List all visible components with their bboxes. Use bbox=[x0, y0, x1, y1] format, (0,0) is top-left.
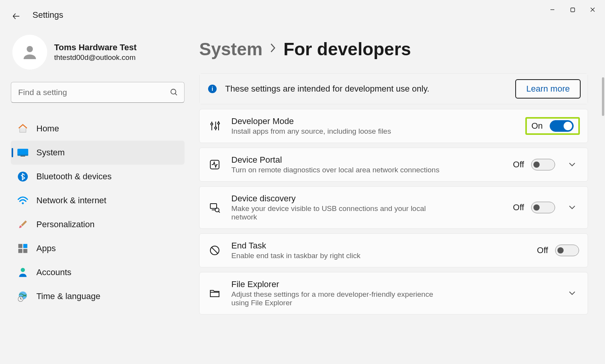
svg-point-17 bbox=[21, 268, 25, 272]
bluetooth-icon bbox=[17, 171, 29, 182]
setting-title: End Task bbox=[231, 241, 527, 251]
svg-line-26 bbox=[219, 211, 220, 213]
clock-globe-icon bbox=[17, 291, 29, 302]
chevron-down-icon[interactable] bbox=[565, 286, 579, 300]
setting-title: File Explorer bbox=[231, 279, 555, 289]
app-title: Settings bbox=[32, 10, 63, 20]
svg-point-25 bbox=[215, 208, 219, 212]
device-portal-toggle[interactable] bbox=[531, 159, 555, 170]
activity-icon bbox=[208, 158, 221, 171]
svg-rect-15 bbox=[18, 249, 22, 253]
main-content: System For developers i These settings a… bbox=[195, 19, 605, 364]
chevron-down-icon[interactable] bbox=[565, 158, 579, 172]
svg-rect-23 bbox=[210, 204, 217, 209]
setting-desc: Adjust these settings for a more develop… bbox=[231, 290, 452, 307]
setting-title: Device discovery bbox=[231, 194, 503, 204]
nav-label: System bbox=[36, 148, 65, 158]
discovery-icon bbox=[208, 201, 221, 214]
nav-label: Home bbox=[36, 124, 59, 134]
back-button[interactable] bbox=[11, 11, 22, 22]
wifi-icon bbox=[17, 195, 29, 206]
nav-item-personalization[interactable]: Personalization bbox=[11, 213, 185, 236]
nav-item-bluetooth[interactable]: Bluetooth & devices bbox=[11, 165, 185, 189]
system-icon bbox=[17, 147, 29, 158]
nav-item-time[interactable]: Time & language bbox=[11, 284, 185, 308]
svg-point-5 bbox=[27, 46, 33, 52]
folder-icon bbox=[208, 287, 221, 300]
profile-email: thtestd00d@outlook.com bbox=[54, 53, 137, 62]
toggle-label: Off bbox=[513, 160, 524, 170]
nav: Home System Bluetooth & devices Network … bbox=[11, 117, 185, 308]
setting-desc: Install apps from any source, including … bbox=[231, 127, 452, 136]
nav-label: Network & internet bbox=[36, 196, 106, 206]
nav-item-network[interactable]: Network & internet bbox=[11, 189, 185, 213]
nav-label: Apps bbox=[36, 243, 56, 253]
chevron-down-icon[interactable] bbox=[565, 201, 579, 214]
setting-end-task: End Task Enable end task in taskbar by r… bbox=[199, 233, 588, 267]
close-button[interactable] bbox=[583, 2, 603, 17]
setting-title: Device Portal bbox=[231, 155, 503, 165]
developer-mode-toggle[interactable] bbox=[550, 120, 574, 132]
breadcrumb-current: For developers bbox=[284, 39, 411, 60]
setting-desc: Turn on remote diagnostics over local ar… bbox=[231, 166, 452, 174]
search-input[interactable] bbox=[11, 82, 185, 103]
sidebar: Toms Hardware Test thtestd00d@outlook.co… bbox=[0, 19, 195, 364]
search-wrap bbox=[11, 82, 185, 103]
svg-line-28 bbox=[212, 248, 218, 253]
info-icon: i bbox=[208, 85, 217, 93]
learn-more-button[interactable]: Learn more bbox=[515, 79, 581, 99]
setting-developer-mode: Developer Mode Install apps from any sou… bbox=[199, 109, 588, 143]
chevron-right-icon bbox=[270, 43, 277, 56]
breadcrumb-parent[interactable]: System bbox=[199, 39, 263, 60]
setting-file-explorer[interactable]: File Explorer Adjust these settings for … bbox=[199, 272, 588, 315]
nav-item-system[interactable]: System bbox=[11, 141, 185, 165]
titlebar bbox=[0, 0, 605, 19]
nav-item-apps[interactable]: Apps bbox=[11, 236, 185, 260]
toggle-label: Off bbox=[513, 202, 524, 213]
breadcrumb: System For developers bbox=[199, 39, 588, 60]
toggle-label: Off bbox=[537, 245, 548, 255]
nav-item-accounts[interactable]: Accounts bbox=[11, 260, 185, 284]
svg-rect-16 bbox=[23, 249, 27, 253]
nav-label: Bluetooth & devices bbox=[36, 172, 111, 182]
nav-label: Personalization bbox=[36, 219, 94, 230]
end-task-toggle[interactable] bbox=[555, 245, 579, 256]
svg-line-7 bbox=[175, 94, 177, 95]
svg-rect-10 bbox=[21, 156, 25, 156]
brush-icon bbox=[17, 219, 29, 230]
search-icon bbox=[170, 88, 178, 97]
profile-name: Toms Hardware Test bbox=[54, 43, 137, 53]
nav-label: Time & language bbox=[36, 291, 101, 301]
nav-label: Accounts bbox=[36, 267, 72, 277]
highlight-annotation: On bbox=[525, 117, 580, 135]
home-icon bbox=[17, 123, 29, 134]
svg-rect-1 bbox=[571, 8, 574, 12]
svg-rect-14 bbox=[23, 244, 27, 248]
minimize-button[interactable] bbox=[542, 2, 562, 17]
setting-desc: Enable end task in taskbar by right clic… bbox=[231, 252, 452, 260]
device-discovery-toggle[interactable] bbox=[531, 202, 555, 213]
setting-device-portal[interactable]: Device Portal Turn on remote diagnostics… bbox=[199, 148, 588, 182]
tools-icon bbox=[208, 119, 221, 133]
svg-point-6 bbox=[171, 89, 176, 94]
svg-point-12 bbox=[22, 202, 24, 204]
accounts-icon bbox=[17, 267, 29, 278]
apps-icon bbox=[17, 243, 29, 254]
setting-device-discovery[interactable]: Device discovery Make your device visibl… bbox=[199, 186, 588, 229]
scrollbar-thumb[interactable] bbox=[602, 77, 604, 116]
info-card: i These settings are intended for develo… bbox=[199, 73, 588, 104]
setting-desc: Make your device visible to USB connecti… bbox=[231, 204, 452, 221]
info-text: These settings are intended for developm… bbox=[225, 84, 507, 94]
setting-title: Developer Mode bbox=[231, 116, 515, 126]
prohibit-icon bbox=[208, 244, 221, 257]
toggle-label: On bbox=[532, 121, 543, 131]
nav-item-home[interactable]: Home bbox=[11, 117, 185, 141]
svg-rect-13 bbox=[18, 244, 22, 248]
maximize-button[interactable] bbox=[562, 2, 583, 17]
avatar bbox=[12, 35, 47, 70]
profile-section[interactable]: Toms Hardware Test thtestd00d@outlook.co… bbox=[11, 35, 185, 70]
